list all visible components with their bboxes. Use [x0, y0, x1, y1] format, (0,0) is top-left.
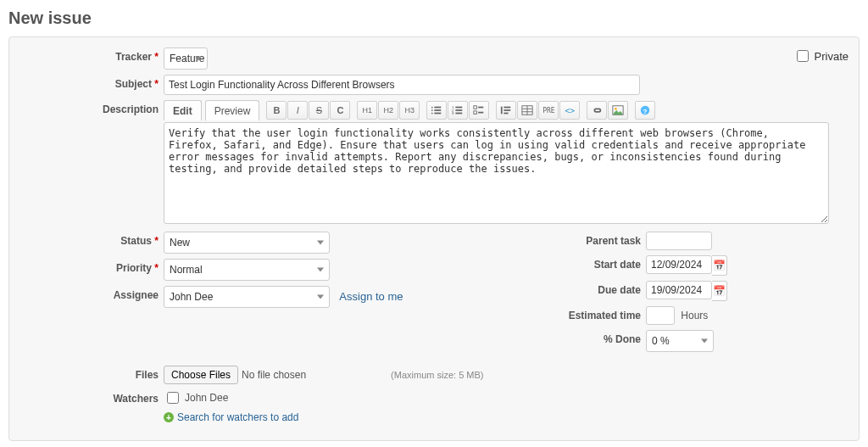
watchers-label: Watchers — [113, 393, 159, 405]
parent-task-label: Parent task — [586, 235, 641, 247]
estimated-time-label: Estimated time — [569, 310, 641, 321]
priority-value: Normal — [164, 259, 330, 281]
tracker-label: Tracker — [115, 51, 152, 63]
svg-point-2 — [431, 109, 433, 111]
status-value: New — [164, 232, 330, 254]
bold-button[interactable]: B — [266, 101, 287, 120]
svg-rect-3 — [435, 109, 442, 111]
code-button[interactable]: C — [330, 101, 350, 120]
status-select[interactable]: New — [164, 232, 330, 254]
image-button[interactable] — [608, 101, 628, 120]
help-button[interactable]: ? — [635, 101, 655, 120]
svg-rect-14 — [474, 111, 477, 115]
svg-rect-9 — [456, 109, 463, 111]
calendar-icon[interactable]: 📅 — [712, 281, 727, 301]
svg-rect-11 — [456, 113, 463, 115]
watcher-name: John Dee — [185, 392, 228, 404]
h2-button[interactable]: H2 — [378, 101, 398, 120]
svg-point-0 — [431, 107, 433, 109]
svg-rect-7 — [456, 107, 463, 109]
due-date-input[interactable] — [646, 281, 712, 299]
start-date-label: Start date — [594, 259, 641, 271]
percent-done-select[interactable]: 0 % — [646, 330, 714, 352]
private-checkbox[interactable] — [797, 50, 809, 62]
files-label: Files — [136, 369, 159, 381]
ul-button[interactable] — [426, 101, 447, 120]
h1-button[interactable]: H1 — [357, 101, 377, 120]
svg-rect-17 — [504, 107, 511, 109]
subject-label: Subject — [115, 78, 152, 90]
svg-rect-5 — [435, 113, 442, 115]
private-label: Private — [815, 50, 849, 63]
assignee-value: John Dee — [164, 286, 330, 308]
watcher-checkbox[interactable] — [167, 392, 179, 404]
assign-to-me-link[interactable]: Assign to me — [339, 290, 403, 303]
quote-button[interactable] — [496, 101, 516, 120]
svg-rect-13 — [478, 107, 483, 109]
strikethrough-button[interactable]: S — [309, 101, 329, 120]
choose-files-button[interactable]: Choose Files — [164, 366, 238, 384]
preview-tab[interactable]: Preview — [205, 100, 260, 120]
pre-button[interactable]: PRE — [538, 101, 559, 120]
start-date-input[interactable] — [646, 255, 712, 274]
editor-toolbar: Edit Preview B I S C H1 H2 H3 123 — [164, 100, 849, 120]
assignee-label: Assignee — [114, 289, 159, 301]
percent-done-label: % Done — [604, 333, 641, 345]
plus-icon: + — [164, 412, 174, 422]
ol-button[interactable]: 123 — [448, 101, 468, 120]
calendar-icon[interactable]: 📅 — [712, 255, 727, 276]
svg-text:3: 3 — [452, 111, 454, 115]
svg-point-25 — [615, 108, 617, 110]
italic-button[interactable]: I — [287, 101, 308, 120]
svg-text:?: ? — [643, 108, 648, 115]
assignee-select[interactable]: John Dee — [164, 286, 330, 308]
tracker-value: Feature — [164, 47, 208, 70]
subject-input[interactable] — [164, 75, 640, 95]
page-title: New issue — [8, 8, 860, 28]
file-status: No file chosen — [242, 369, 306, 381]
estimated-time-input[interactable] — [646, 306, 675, 325]
file-hint: (Maximum size: 5 MB) — [391, 370, 483, 380]
tasklist-button[interactable] — [469, 101, 489, 120]
edit-tab[interactable]: Edit — [164, 100, 202, 120]
percent-done-value: 0 % — [646, 330, 714, 352]
due-date-label: Due date — [598, 284, 641, 296]
svg-point-4 — [431, 113, 433, 115]
private-toggle[interactable]: Private — [793, 47, 849, 64]
svg-rect-1 — [435, 107, 442, 109]
tracker-select[interactable]: Feature — [164, 47, 208, 70]
svg-rect-18 — [504, 109, 511, 111]
svg-rect-19 — [504, 113, 509, 115]
priority-select[interactable]: Normal — [164, 259, 330, 281]
link-button[interactable] — [587, 101, 607, 120]
svg-rect-12 — [474, 106, 477, 109]
issue-form: Private Tracker * Feature Subject * Desc… — [8, 36, 860, 441]
svg-rect-15 — [478, 112, 483, 114]
priority-label: Priority — [116, 262, 152, 274]
status-label: Status — [120, 235, 152, 247]
description-label: Description — [103, 103, 159, 115]
hours-label: Hours — [681, 310, 708, 321]
description-textarea[interactable] — [164, 122, 829, 224]
h3-button[interactable]: H3 — [399, 101, 420, 120]
codeblock-button[interactable]: <> — [559, 101, 580, 120]
parent-task-input[interactable] — [646, 232, 712, 250]
search-watchers-link[interactable]: Search for watchers to add — [177, 411, 298, 423]
svg-rect-16 — [501, 107, 503, 115]
table-button[interactable] — [517, 101, 537, 120]
